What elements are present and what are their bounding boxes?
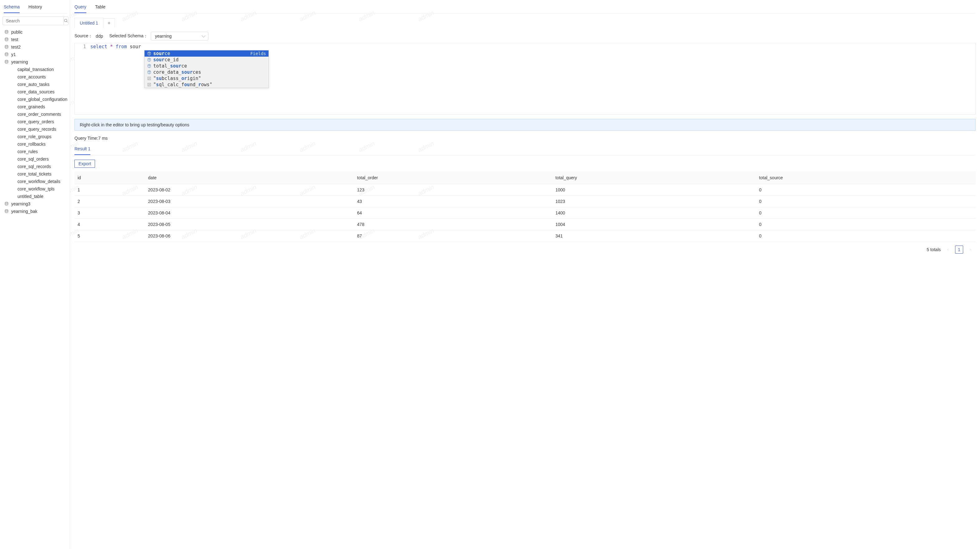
table-item[interactable]: core_role_groups: [3, 133, 67, 140]
table-item[interactable]: capital_transaction: [3, 66, 67, 73]
code-line[interactable]: select * from sour: [90, 43, 141, 50]
tab-table[interactable]: Table: [95, 3, 105, 13]
table-item[interactable]: core_sql_records: [3, 163, 67, 170]
text-icon: [147, 83, 151, 87]
database-icon: [4, 202, 9, 206]
add-query-tab[interactable]: [103, 18, 115, 27]
table-item[interactable]: core_rollbacks: [3, 140, 67, 148]
svg-point-4: [5, 45, 8, 46]
db-item[interactable]: y1: [3, 51, 67, 58]
table-row: 52023-08-06873410: [75, 230, 976, 242]
cell: 2023-08-02: [145, 184, 354, 196]
table-item[interactable]: core_global_configuration: [3, 95, 67, 103]
autocomplete-text: "sql_calc_found_rows": [153, 82, 212, 87]
search-button[interactable]: [64, 16, 68, 25]
table-row: 32023-08-046414000: [75, 207, 976, 219]
table-row: 12023-08-0212310000: [75, 184, 976, 196]
table-name: core_workflow_tpls: [18, 186, 54, 191]
schema-label: Selected Schema：: [109, 33, 148, 39]
cell: 43: [354, 196, 552, 207]
db-item[interactable]: yearning_bak: [3, 208, 67, 215]
table-name: core_auto_tasks: [18, 82, 49, 87]
autocomplete-text: source_id: [153, 57, 178, 63]
search-row: [3, 16, 67, 25]
svg-point-0: [64, 19, 67, 22]
autocomplete-item[interactable]: total_source: [145, 63, 269, 69]
tab-history[interactable]: History: [29, 4, 42, 13]
db-item[interactable]: test: [3, 36, 67, 43]
db-name: yearning: [11, 59, 28, 64]
result-tab-1[interactable]: Result 1: [75, 145, 90, 155]
cell: 2: [75, 196, 145, 207]
column-header[interactable]: total_query: [552, 171, 756, 184]
db-item[interactable]: yearning: [3, 58, 67, 66]
totals-label: 5 totals: [927, 247, 941, 252]
column-header[interactable]: date: [145, 171, 354, 184]
schema-value: yearning: [155, 33, 172, 39]
search-input[interactable]: [3, 16, 64, 25]
svg-point-8: [5, 209, 8, 211]
source-value: ddp: [95, 33, 103, 39]
prev-page[interactable]: [944, 246, 952, 254]
table-item[interactable]: core_total_tickets: [3, 170, 67, 178]
autocomplete-item[interactable]: source_id: [145, 57, 269, 63]
table-name: core_total_tickets: [18, 171, 51, 176]
table-item[interactable]: core_workflow_details: [3, 178, 67, 185]
autocomplete-item[interactable]: "sql_calc_found_rows": [145, 81, 269, 88]
column-header[interactable]: total_order: [354, 171, 552, 184]
autocomplete-item[interactable]: core_data_sources: [145, 69, 269, 75]
db-item[interactable]: test2: [3, 43, 67, 51]
autocomplete-item[interactable]: "subclass_origin": [145, 75, 269, 81]
table-item[interactable]: core_sql_orders: [3, 155, 67, 163]
cell: 1000: [552, 184, 756, 196]
table-item[interactable]: untitled_table: [3, 193, 67, 200]
main: Query Table Untitled 1 Source： ddp Selec…: [70, 0, 980, 549]
result-tabs: Result 1: [75, 145, 976, 155]
db-item[interactable]: yearning3: [3, 200, 67, 208]
db-item[interactable]: public: [3, 28, 67, 36]
export-button[interactable]: Export: [75, 160, 95, 168]
table-item[interactable]: core_graineds: [3, 103, 67, 111]
column-header[interactable]: id: [75, 171, 145, 184]
cell: 0: [756, 196, 976, 207]
page-number[interactable]: 1: [955, 246, 963, 254]
table-name: core_workflow_details: [18, 179, 60, 184]
table-name: core_global_configuration: [18, 97, 67, 102]
table-item[interactable]: core_auto_tasks: [3, 81, 67, 88]
table-name: core_accounts: [18, 75, 46, 79]
table-name: core_rollbacks: [18, 141, 46, 147]
database-icon: [4, 45, 9, 49]
svg-point-2: [5, 30, 8, 32]
field-icon: [147, 64, 151, 68]
table-row: 42023-08-0547810040: [75, 219, 976, 230]
table-item[interactable]: core_query_records: [3, 125, 67, 133]
table-item[interactable]: core_order_comments: [3, 111, 67, 118]
table-item[interactable]: core_query_orders: [3, 118, 67, 125]
cell: 64: [354, 207, 552, 219]
cell: 1: [75, 184, 145, 196]
column-header[interactable]: total_source: [756, 171, 976, 184]
table-item[interactable]: core_accounts: [3, 73, 67, 81]
sidebar-tabs: Schema History: [3, 3, 67, 13]
cell: 2023-08-06: [145, 230, 354, 242]
schema-select[interactable]: yearning: [151, 32, 208, 40]
table-item[interactable]: core_workflow_tpls: [3, 185, 67, 193]
tab-query[interactable]: Query: [75, 3, 86, 13]
cell: 5: [75, 230, 145, 242]
export-row: Export: [75, 160, 976, 168]
next-page[interactable]: [966, 246, 974, 254]
table-name: capital_transaction: [18, 67, 54, 72]
sql-editor[interactable]: 1 select * from sour sourceFieldssource_…: [75, 43, 976, 114]
database-icon: [4, 30, 9, 34]
table-item[interactable]: core_data_sources: [3, 88, 67, 95]
cell: 87: [354, 230, 552, 242]
table-item[interactable]: core_rules: [3, 148, 67, 155]
cell: 2023-08-03: [145, 196, 354, 207]
autocomplete-text: total_source: [153, 63, 187, 69]
db-name: yearning3: [11, 202, 30, 206]
table-name: core_query_orders: [18, 119, 54, 124]
tab-schema[interactable]: Schema: [4, 4, 20, 13]
query-tab-untitled[interactable]: Untitled 1: [75, 18, 103, 28]
database-icon: [4, 52, 9, 57]
autocomplete-item[interactable]: sourceFields: [145, 51, 269, 57]
